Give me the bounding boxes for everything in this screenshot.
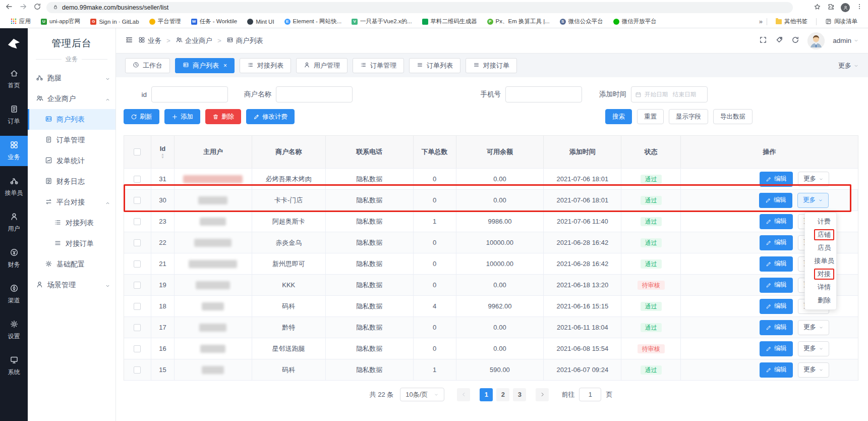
submenu-item-商户列表[interactable]: 商户列表 <box>28 109 115 130</box>
row-checkbox[interactable] <box>134 345 141 352</box>
close-tab-icon[interactable]: × <box>223 62 227 69</box>
edit-button[interactable]: 编辑 <box>760 235 793 250</box>
refresh-button[interactable]: 刷新 <box>124 109 159 124</box>
bookmark-pxem-favicon[interactable]: PPx、Em 换算工具 |... <box>483 17 554 26</box>
breadcrumb-item-商户列表[interactable]: 商户列表 <box>226 36 263 45</box>
menu-item-计费[interactable]: 计费 <box>805 215 836 228</box>
sidebar-item-设置[interactable]: 设置 <box>0 315 28 345</box>
submenu-item-平台对接[interactable]: 平台对接 <box>28 192 115 213</box>
bookmark-uniapp-favicon[interactable]: Uuni-app官网 <box>36 17 85 26</box>
tab-对接列表[interactable]: 对接列表 <box>240 58 291 73</box>
submenu-item-基础配置[interactable]: 基础配置 <box>28 254 115 275</box>
modify-fee-button[interactable]: 修改计费 <box>246 109 295 124</box>
row-checkbox[interactable] <box>134 324 141 331</box>
back-icon[interactable] <box>5 3 13 13</box>
bookmark-worktile-favicon[interactable]: W任务 - Worktile <box>187 17 242 26</box>
bookmarks-overflow-icon[interactable]: » <box>759 18 763 25</box>
bookmark-wechat-mp-favicon[interactable]: S微信公众平台 <box>555 17 608 26</box>
edit-button[interactable]: 编辑 <box>760 214 793 229</box>
bookmark-mintui-favicon[interactable]: Mint UI <box>243 18 278 26</box>
goto-page-input[interactable] <box>579 388 601 401</box>
show-fields-button[interactable]: 显示字段 <box>669 109 708 124</box>
submenu-item-企业商户[interactable]: 企业商户 <box>28 88 115 109</box>
sidebar-item-首页[interactable]: 首页 <box>0 64 28 94</box>
fullscreen-icon[interactable] <box>759 36 767 46</box>
menu-item-店铺[interactable]: 店铺 <box>805 228 836 241</box>
menu-item-接单员[interactable]: 接单员 <box>805 254 836 268</box>
tab-用户管理[interactable]: 用户管理 <box>296 58 348 73</box>
submenu-item-订单管理[interactable]: 订单管理 <box>28 130 115 150</box>
page-button-1[interactable]: 1 <box>480 388 493 401</box>
bookmark-platform-favicon[interactable]: 平台管理 <box>145 17 186 26</box>
row-checkbox[interactable] <box>134 366 141 374</box>
submenu-item-发单统计[interactable]: 发单统计 <box>28 150 115 171</box>
bookmark-qrcode-favicon[interactable]: 草料二维码生成器 <box>418 17 482 26</box>
page-button-3[interactable]: 3 <box>513 388 526 401</box>
user-menu[interactable]: admin <box>833 37 859 44</box>
breadcrumb-item-企业商户[interactable]: 企业商户 <box>176 36 212 45</box>
search-button[interactable]: 搜索 <box>605 109 632 124</box>
user-avatar[interactable] <box>807 32 825 49</box>
edit-button[interactable]: 编辑 <box>759 193 792 208</box>
row-checkbox[interactable] <box>134 239 141 246</box>
edit-button[interactable]: 编辑 <box>760 172 793 187</box>
forward-icon[interactable] <box>19 3 27 13</box>
bookmark-element-favicon[interactable]: EElement - 网站快... <box>280 17 346 26</box>
menu-item-删除[interactable]: 删除 <box>805 294 836 307</box>
submenu-item-场景管理[interactable]: 场景管理 <box>28 275 115 295</box>
page-button-2[interactable]: 2 <box>496 388 509 401</box>
tab-商户列表[interactable]: 商户列表× <box>175 58 235 73</box>
sidebar-item-渠道[interactable]: 渠道 <box>0 279 28 309</box>
breadcrumb-item-业务[interactable]: 业务 <box>138 36 161 45</box>
address-bar[interactable]: demo.99make.com/business/seller/list <box>46 2 793 13</box>
bookmark-gitlab-favicon[interactable]: GSign in · GitLab <box>86 18 143 26</box>
tab-订单管理[interactable]: 订单管理 <box>353 58 404 73</box>
theme-icon[interactable] <box>775 36 783 46</box>
select-all-checkbox[interactable] <box>134 148 141 155</box>
extensions-icon[interactable] <box>827 3 835 13</box>
more-button[interactable]: 更多 <box>798 320 829 335</box>
edit-button[interactable]: 编辑 <box>760 341 793 356</box>
export-button[interactable]: 导出数据 <box>713 109 753 124</box>
bookmark-wechat-open-favicon[interactable]: 微信开放平台 <box>609 17 661 26</box>
tabs-more-button[interactable]: 更多 <box>838 61 859 70</box>
reset-button[interactable]: 重置 <box>637 109 664 124</box>
row-checkbox[interactable] <box>134 176 141 183</box>
edit-button[interactable]: 编辑 <box>760 362 793 378</box>
bookmark-star-icon[interactable] <box>814 3 821 13</box>
row-checkbox[interactable] <box>134 197 141 204</box>
page-size-select[interactable]: 10条/页 <box>400 388 444 401</box>
more-button[interactable]: 更多 <box>798 341 829 356</box>
more-button[interactable]: 更多 <box>798 172 829 187</box>
edit-button[interactable]: 编辑 <box>760 320 793 335</box>
more-button[interactable]: 更多 <box>798 362 829 378</box>
tab-对接订单[interactable]: 对接订单 <box>466 58 517 73</box>
collapse-menu-icon[interactable] <box>125 36 133 46</box>
prev-page-button[interactable] <box>457 388 470 401</box>
sidebar-item-系统[interactable]: 系统 <box>0 351 28 381</box>
edit-button[interactable]: 编辑 <box>760 278 793 293</box>
submenu-item-财务日志[interactable]: 财务日志 <box>28 171 115 192</box>
submenu-item-跑腿[interactable]: 跑腿 <box>28 68 115 88</box>
sidebar-item-业务[interactable]: 业务 <box>0 136 28 166</box>
menu-item-详情[interactable]: 详情 <box>805 281 836 294</box>
sort-icons[interactable]: ▲▼ <box>161 153 164 159</box>
bookmark-vue-favicon[interactable]: V一只基于Vue2.x的... <box>347 17 416 26</box>
tab-订单列表[interactable]: 订单列表 <box>409 58 460 73</box>
row-checkbox[interactable] <box>134 303 141 310</box>
bookmark-apps-grid[interactable]: 应用 <box>6 17 35 26</box>
delete-button[interactable]: 删除 <box>205 109 241 124</box>
next-page-button[interactable] <box>536 388 549 401</box>
reading-list-button[interactable]: 阅读清单 <box>821 17 862 26</box>
submenu-item-对接订单[interactable]: 对接订单 <box>28 233 115 254</box>
sidebar-item-财务[interactable]: 财务 <box>0 243 28 274</box>
row-checkbox[interactable] <box>134 260 141 268</box>
more-button[interactable]: 更多 <box>797 193 829 208</box>
edit-button[interactable]: 编辑 <box>760 299 793 314</box>
phone-filter-input[interactable] <box>505 86 582 102</box>
add-button[interactable]: 添加 <box>164 109 200 124</box>
sidebar-item-用户[interactable]: 用户 <box>0 207 28 238</box>
refresh-icon[interactable] <box>791 36 799 46</box>
browser-profile-avatar[interactable] <box>841 3 850 12</box>
browser-menu-icon[interactable] <box>856 3 863 12</box>
